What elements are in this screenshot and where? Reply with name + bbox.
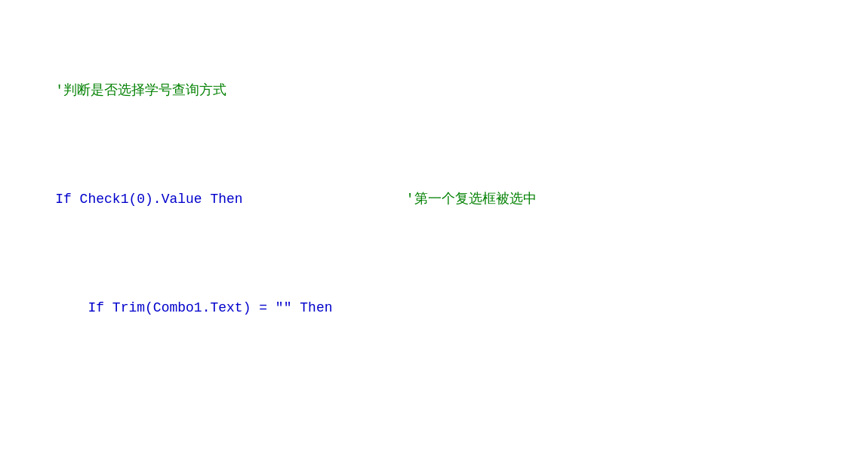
comment-2: '第一个复选框被选中 [243,192,537,207]
comment-1: '判断是否选择学号查询方式 [55,83,226,98]
line-4 [23,385,845,407]
line-3: If Trim(Combo1.Text) = "" Then [23,276,845,341]
code-block: '判断是否选择学号查询方式 If Check1(0).Value Then '第… [23,15,845,473]
code-if-trim: If Trim(Combo1.Text) = "" Then [55,300,332,315]
line-1: '判断是否选择学号查询方式 [23,59,845,124]
code-if-check1: If Check1(0).Value Then [55,192,242,207]
line-2: If Check1(0).Value Then '第一个复选框被选中 [23,167,845,232]
line-5: MsgBox ＂学号不能为空＂，vbOKOnly + vbExclamation… [23,450,845,473]
